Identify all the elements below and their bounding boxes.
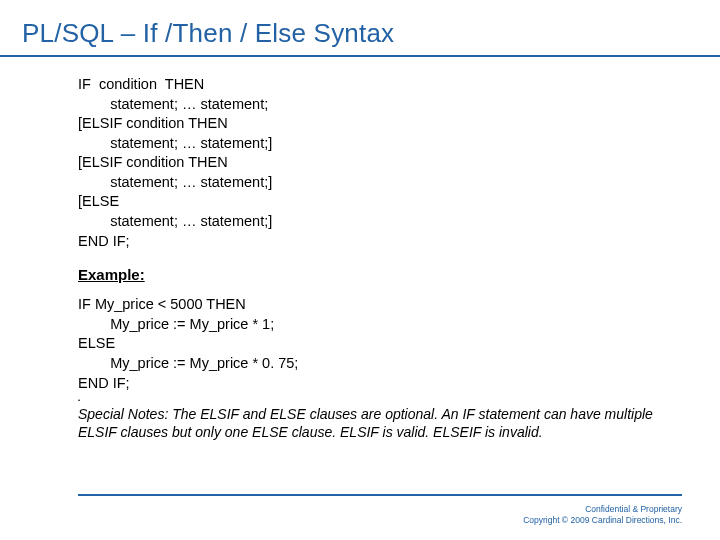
footer-copyright: Copyright © 2009 Cardinal Directions, In… <box>523 515 682 526</box>
syntax-block: IF condition THEN statement; … statement… <box>78 75 720 251</box>
example-block: IF My_price < 5000 THEN My_price := My_p… <box>78 295 720 393</box>
special-notes: Special Notes: The ELSIF and ELSE clause… <box>78 405 720 441</box>
footer-divider <box>78 494 682 496</box>
footer-confidential: Confidential & Proprietary <box>523 504 682 515</box>
content-area: IF condition THEN statement; … statement… <box>0 57 720 442</box>
example-heading: Example: <box>78 265 720 285</box>
bullet-dot: • <box>78 397 720 403</box>
footer-text: Confidential & Proprietary Copyright © 2… <box>523 504 682 526</box>
page-title: PL/SQL – If /Then / Else Syntax <box>0 0 720 55</box>
